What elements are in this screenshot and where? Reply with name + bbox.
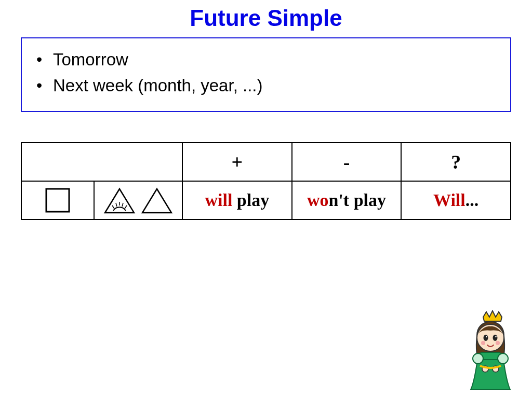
svg-point-13 <box>495 336 497 338</box>
square-icon <box>44 187 71 214</box>
subject-shape-cell <box>21 181 94 219</box>
header-positive: + <box>182 143 292 181</box>
bullet-dot: • <box>33 74 53 97</box>
indicator-item: • Next week (month, year, ...) <box>33 74 499 98</box>
triangle-sun-icon <box>103 186 136 215</box>
time-indicators-box: • Tomorrow • Next week (month, year, ...… <box>21 37 511 112</box>
aux-wo: wo <box>307 190 329 210</box>
svg-point-18 <box>498 353 508 364</box>
grammar-table: + - ? <box>21 142 511 220</box>
princess-character-icon <box>459 308 522 391</box>
table-row: will play won't play Will... <box>21 181 511 219</box>
svg-marker-8 <box>483 311 502 321</box>
cell-positive: will play <box>182 181 292 219</box>
aux-will-q: Will <box>433 190 466 210</box>
svg-line-5 <box>122 203 123 207</box>
neg-rest: n't play <box>328 190 386 210</box>
svg-line-2 <box>112 205 114 209</box>
aux-will: will <box>205 190 232 210</box>
svg-marker-1 <box>105 189 134 213</box>
svg-point-14 <box>481 341 485 345</box>
svg-line-6 <box>125 205 127 209</box>
bullet-dot: • <box>33 48 53 71</box>
grammar-table-wrap: + - ? <box>21 142 511 220</box>
header-empty <box>21 143 182 181</box>
indicator-text: Next week (month, year, ...) <box>53 74 262 98</box>
cell-question: Will... <box>401 181 511 219</box>
q-rest: ... <box>466 190 479 210</box>
indicator-text: Tomorrow <box>53 48 128 72</box>
indicator-item: • Tomorrow <box>33 48 499 72</box>
verb-play: play <box>232 190 269 210</box>
svg-marker-7 <box>142 189 171 213</box>
header-negative: - <box>292 143 402 181</box>
svg-point-11 <box>493 335 498 341</box>
triangle-icon <box>140 186 174 215</box>
cell-negative: won't play <box>292 181 402 219</box>
svg-point-17 <box>473 353 483 364</box>
page-title: Future Simple <box>0 0 532 37</box>
svg-line-3 <box>116 203 117 207</box>
svg-point-10 <box>484 335 488 341</box>
table-header-row: + - ? <box>21 143 511 181</box>
svg-point-15 <box>496 341 500 345</box>
verb-shape-cell <box>94 181 182 219</box>
svg-point-12 <box>486 336 487 338</box>
header-question: ? <box>401 143 511 181</box>
svg-rect-0 <box>46 189 69 212</box>
